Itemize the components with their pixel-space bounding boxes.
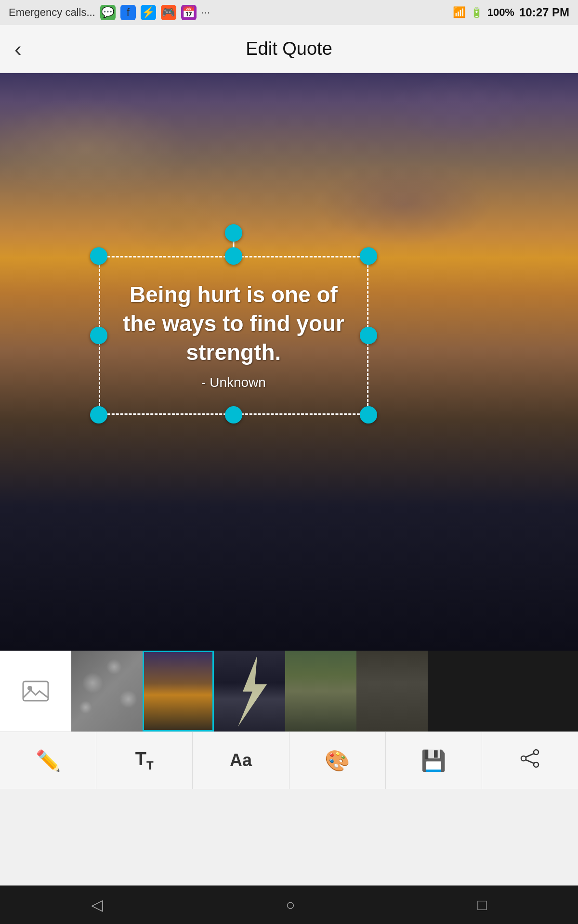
save-icon: 💾 (421, 749, 446, 772)
edit-icon: ✏️ (36, 749, 61, 772)
bottom-area: ✏️ TT Aa 🎨 💾 (0, 651, 578, 924)
handle-middle-right[interactable] (360, 327, 377, 344)
palette-icon: 🎨 (325, 749, 350, 772)
image-area[interactable]: Being hurt is one of the ways to find yo… (0, 73, 578, 651)
nav-back-button[interactable]: ◁ (72, 891, 122, 919)
nav-home-button[interactable]: ○ (266, 891, 314, 919)
thumb-river[interactable] (285, 651, 356, 732)
share-icon (520, 748, 540, 773)
thumbnails-row[interactable] (0, 651, 578, 732)
font-icon: Aa (230, 750, 252, 770)
svg-point-4 (534, 762, 539, 767)
svg-marker-2 (238, 655, 267, 727)
handle-top-center[interactable] (225, 247, 242, 265)
app-icon-3: ⚡ (141, 5, 156, 20)
tool-save[interactable]: 💾 (386, 732, 482, 789)
nav-bar: ◁ ○ □ (0, 886, 578, 924)
quote-author-text: - Unknown (201, 375, 266, 390)
handle-bottom-center[interactable] (225, 406, 242, 424)
tools-row: ✏️ TT Aa 🎨 💾 (0, 732, 578, 789)
text-size-icon: TT (135, 749, 154, 772)
nav-home-icon: ○ (286, 896, 295, 913)
header: ‹ Edit Quote (0, 25, 578, 73)
handle-middle-left[interactable] (90, 327, 107, 344)
status-time: 10:27 PM (519, 6, 569, 19)
nav-recents-icon: □ (477, 896, 486, 913)
more-apps: ··· (201, 6, 210, 19)
tool-edit[interactable]: ✏️ (0, 732, 96, 789)
svg-point-3 (534, 750, 539, 755)
nav-back-icon: ◁ (91, 896, 103, 913)
svg-point-5 (521, 756, 526, 761)
handle-top-right[interactable] (360, 247, 377, 265)
quote-main-text[interactable]: Being hurt is one of the ways to find yo… (113, 281, 354, 367)
thumb-trees[interactable] (356, 651, 428, 732)
handle-top-left[interactable] (90, 247, 107, 265)
app-icon-5: 📅 (181, 5, 197, 20)
wifi-icon: 📶 (453, 6, 466, 19)
tool-font[interactable]: Aa (193, 732, 289, 789)
app-icon-1: 💬 (100, 5, 116, 20)
back-button[interactable]: ‹ (10, 32, 26, 66)
lightning-svg (214, 651, 285, 732)
quote-text-area[interactable]: Being hurt is one of the ways to find yo… (99, 256, 368, 415)
status-right: 📶 🔋 100% 10:27 PM (453, 6, 569, 19)
carrier-text: Emergency calls... (9, 6, 95, 19)
tool-palette[interactable]: 🎨 (289, 732, 386, 789)
thumb-lightning[interactable] (214, 651, 285, 732)
status-bar: Emergency calls... 💬 f ⚡ 🎮 📅 ··· 📶 🔋 100… (0, 0, 578, 25)
tool-text-size[interactable]: TT (96, 732, 193, 789)
image-picker-icon (22, 678, 49, 705)
svg-line-6 (526, 754, 534, 757)
header-title: Edit Quote (246, 38, 332, 59)
battery-icon: 🔋 (471, 7, 483, 18)
image-picker-icon-box[interactable] (0, 651, 71, 732)
status-left: Emergency calls... 💬 f ⚡ 🎮 📅 ··· (9, 5, 210, 20)
tool-share[interactable] (482, 732, 578, 789)
handle-bottom-right[interactable] (360, 406, 377, 424)
nav-recents-button[interactable]: □ (458, 891, 506, 919)
battery-percent: 100% (487, 6, 514, 19)
svg-line-7 (526, 760, 534, 763)
thumb-rain[interactable] (71, 651, 143, 732)
handle-bottom-left[interactable] (90, 406, 107, 424)
quote-container[interactable]: Being hurt is one of the ways to find yo… (84, 242, 383, 429)
thumb-sunset[interactable] (143, 651, 214, 732)
app-icon-4: 🎮 (161, 5, 176, 20)
svg-rect-0 (23, 681, 48, 701)
handle-rotate[interactable] (225, 224, 242, 242)
app-icon-2: f (120, 5, 136, 20)
